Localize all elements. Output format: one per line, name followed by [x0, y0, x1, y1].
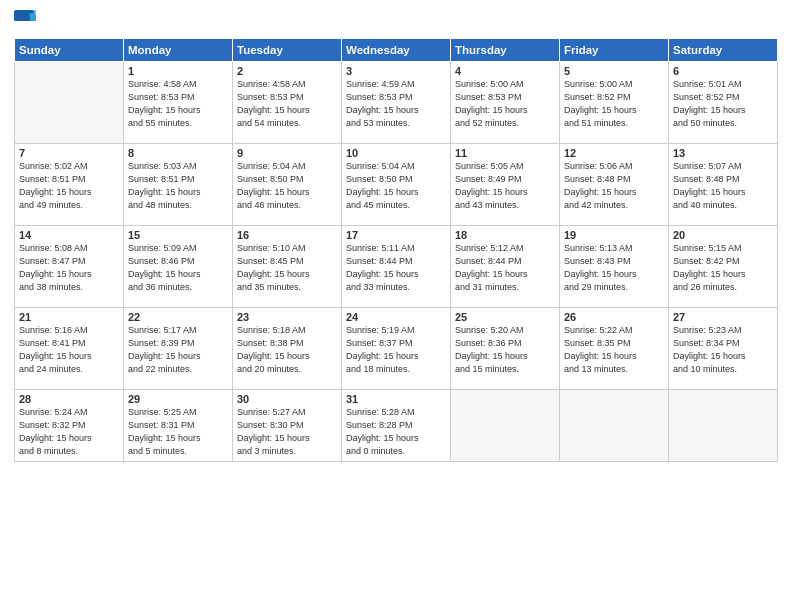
- logo: [14, 10, 38, 32]
- calendar-cell: [15, 62, 124, 144]
- day-info: Sunrise: 5:09 AM Sunset: 8:46 PM Dayligh…: [128, 242, 228, 294]
- day-number: 13: [673, 147, 773, 159]
- day-info: Sunrise: 5:19 AM Sunset: 8:37 PM Dayligh…: [346, 324, 446, 376]
- day-info: Sunrise: 5:02 AM Sunset: 8:51 PM Dayligh…: [19, 160, 119, 212]
- calendar-cell: 26Sunrise: 5:22 AM Sunset: 8:35 PM Dayli…: [560, 308, 669, 390]
- day-number: 31: [346, 393, 446, 405]
- day-number: 2: [237, 65, 337, 77]
- calendar-cell: 28Sunrise: 5:24 AM Sunset: 8:32 PM Dayli…: [15, 390, 124, 462]
- calendar-cell: 10Sunrise: 5:04 AM Sunset: 8:50 PM Dayli…: [342, 144, 451, 226]
- calendar-cell: 13Sunrise: 5:07 AM Sunset: 8:48 PM Dayli…: [669, 144, 778, 226]
- day-number: 11: [455, 147, 555, 159]
- calendar-cell: 27Sunrise: 5:23 AM Sunset: 8:34 PM Dayli…: [669, 308, 778, 390]
- day-number: 24: [346, 311, 446, 323]
- day-info: Sunrise: 5:24 AM Sunset: 8:32 PM Dayligh…: [19, 406, 119, 458]
- day-number: 27: [673, 311, 773, 323]
- day-info: Sunrise: 5:16 AM Sunset: 8:41 PM Dayligh…: [19, 324, 119, 376]
- day-number: 10: [346, 147, 446, 159]
- day-info: Sunrise: 5:08 AM Sunset: 8:47 PM Dayligh…: [19, 242, 119, 294]
- day-info: Sunrise: 5:07 AM Sunset: 8:48 PM Dayligh…: [673, 160, 773, 212]
- day-info: Sunrise: 5:23 AM Sunset: 8:34 PM Dayligh…: [673, 324, 773, 376]
- calendar-cell: 1Sunrise: 4:58 AM Sunset: 8:53 PM Daylig…: [124, 62, 233, 144]
- logo-icon: [14, 10, 36, 32]
- day-number: 4: [455, 65, 555, 77]
- day-info: Sunrise: 5:15 AM Sunset: 8:42 PM Dayligh…: [673, 242, 773, 294]
- day-number: 15: [128, 229, 228, 241]
- day-number: 29: [128, 393, 228, 405]
- day-number: 21: [19, 311, 119, 323]
- day-info: Sunrise: 5:22 AM Sunset: 8:35 PM Dayligh…: [564, 324, 664, 376]
- calendar-cell: 8Sunrise: 5:03 AM Sunset: 8:51 PM Daylig…: [124, 144, 233, 226]
- calendar-cell: 20Sunrise: 5:15 AM Sunset: 8:42 PM Dayli…: [669, 226, 778, 308]
- day-info: Sunrise: 5:10 AM Sunset: 8:45 PM Dayligh…: [237, 242, 337, 294]
- day-info: Sunrise: 5:11 AM Sunset: 8:44 PM Dayligh…: [346, 242, 446, 294]
- day-number: 3: [346, 65, 446, 77]
- calendar-cell: 24Sunrise: 5:19 AM Sunset: 8:37 PM Dayli…: [342, 308, 451, 390]
- weekday-header-friday: Friday: [560, 39, 669, 62]
- calendar-week-5: 28Sunrise: 5:24 AM Sunset: 8:32 PM Dayli…: [15, 390, 778, 462]
- day-number: 1: [128, 65, 228, 77]
- day-info: Sunrise: 5:01 AM Sunset: 8:52 PM Dayligh…: [673, 78, 773, 130]
- day-info: Sunrise: 5:20 AM Sunset: 8:36 PM Dayligh…: [455, 324, 555, 376]
- day-info: Sunrise: 5:04 AM Sunset: 8:50 PM Dayligh…: [237, 160, 337, 212]
- calendar-cell: 31Sunrise: 5:28 AM Sunset: 8:28 PM Dayli…: [342, 390, 451, 462]
- calendar-header: SundayMondayTuesdayWednesdayThursdayFrid…: [15, 39, 778, 62]
- calendar-cell: [669, 390, 778, 462]
- day-number: 14: [19, 229, 119, 241]
- weekday-row: SundayMondayTuesdayWednesdayThursdayFrid…: [15, 39, 778, 62]
- calendar-cell: 18Sunrise: 5:12 AM Sunset: 8:44 PM Dayli…: [451, 226, 560, 308]
- calendar-cell: 11Sunrise: 5:05 AM Sunset: 8:49 PM Dayli…: [451, 144, 560, 226]
- calendar-cell: 30Sunrise: 5:27 AM Sunset: 8:30 PM Dayli…: [233, 390, 342, 462]
- calendar-cell: [451, 390, 560, 462]
- day-number: 30: [237, 393, 337, 405]
- calendar-cell: 25Sunrise: 5:20 AM Sunset: 8:36 PM Dayli…: [451, 308, 560, 390]
- calendar-cell: 4Sunrise: 5:00 AM Sunset: 8:53 PM Daylig…: [451, 62, 560, 144]
- day-info: Sunrise: 4:58 AM Sunset: 8:53 PM Dayligh…: [237, 78, 337, 130]
- weekday-header-thursday: Thursday: [451, 39, 560, 62]
- calendar-cell: 2Sunrise: 4:58 AM Sunset: 8:53 PM Daylig…: [233, 62, 342, 144]
- calendar-week-2: 7Sunrise: 5:02 AM Sunset: 8:51 PM Daylig…: [15, 144, 778, 226]
- calendar-cell: 21Sunrise: 5:16 AM Sunset: 8:41 PM Dayli…: [15, 308, 124, 390]
- day-info: Sunrise: 5:25 AM Sunset: 8:31 PM Dayligh…: [128, 406, 228, 458]
- header: [14, 10, 778, 32]
- day-number: 28: [19, 393, 119, 405]
- day-info: Sunrise: 5:12 AM Sunset: 8:44 PM Dayligh…: [455, 242, 555, 294]
- calendar-cell: 3Sunrise: 4:59 AM Sunset: 8:53 PM Daylig…: [342, 62, 451, 144]
- calendar-cell: 14Sunrise: 5:08 AM Sunset: 8:47 PM Dayli…: [15, 226, 124, 308]
- day-number: 12: [564, 147, 664, 159]
- calendar-cell: [560, 390, 669, 462]
- day-number: 17: [346, 229, 446, 241]
- weekday-header-saturday: Saturday: [669, 39, 778, 62]
- day-info: Sunrise: 5:13 AM Sunset: 8:43 PM Dayligh…: [564, 242, 664, 294]
- day-number: 18: [455, 229, 555, 241]
- calendar-cell: 22Sunrise: 5:17 AM Sunset: 8:39 PM Dayli…: [124, 308, 233, 390]
- day-number: 6: [673, 65, 773, 77]
- day-info: Sunrise: 5:27 AM Sunset: 8:30 PM Dayligh…: [237, 406, 337, 458]
- weekday-header-sunday: Sunday: [15, 39, 124, 62]
- calendar-table: SundayMondayTuesdayWednesdayThursdayFrid…: [14, 38, 778, 462]
- day-info: Sunrise: 4:58 AM Sunset: 8:53 PM Dayligh…: [128, 78, 228, 130]
- day-number: 16: [237, 229, 337, 241]
- calendar-cell: 16Sunrise: 5:10 AM Sunset: 8:45 PM Dayli…: [233, 226, 342, 308]
- calendar-cell: 15Sunrise: 5:09 AM Sunset: 8:46 PM Dayli…: [124, 226, 233, 308]
- day-number: 26: [564, 311, 664, 323]
- calendar-cell: 19Sunrise: 5:13 AM Sunset: 8:43 PM Dayli…: [560, 226, 669, 308]
- day-info: Sunrise: 5:18 AM Sunset: 8:38 PM Dayligh…: [237, 324, 337, 376]
- calendar-cell: 29Sunrise: 5:25 AM Sunset: 8:31 PM Dayli…: [124, 390, 233, 462]
- day-number: 7: [19, 147, 119, 159]
- calendar-cell: 5Sunrise: 5:00 AM Sunset: 8:52 PM Daylig…: [560, 62, 669, 144]
- calendar-cell: 7Sunrise: 5:02 AM Sunset: 8:51 PM Daylig…: [15, 144, 124, 226]
- calendar-page: SundayMondayTuesdayWednesdayThursdayFrid…: [0, 0, 792, 612]
- day-number: 22: [128, 311, 228, 323]
- day-number: 5: [564, 65, 664, 77]
- day-number: 20: [673, 229, 773, 241]
- calendar-week-3: 14Sunrise: 5:08 AM Sunset: 8:47 PM Dayli…: [15, 226, 778, 308]
- calendar-week-1: 1Sunrise: 4:58 AM Sunset: 8:53 PM Daylig…: [15, 62, 778, 144]
- calendar-cell: 12Sunrise: 5:06 AM Sunset: 8:48 PM Dayli…: [560, 144, 669, 226]
- calendar-body: 1Sunrise: 4:58 AM Sunset: 8:53 PM Daylig…: [15, 62, 778, 462]
- calendar-cell: 17Sunrise: 5:11 AM Sunset: 8:44 PM Dayli…: [342, 226, 451, 308]
- day-info: Sunrise: 5:05 AM Sunset: 8:49 PM Dayligh…: [455, 160, 555, 212]
- day-number: 23: [237, 311, 337, 323]
- weekday-header-monday: Monday: [124, 39, 233, 62]
- day-info: Sunrise: 5:06 AM Sunset: 8:48 PM Dayligh…: [564, 160, 664, 212]
